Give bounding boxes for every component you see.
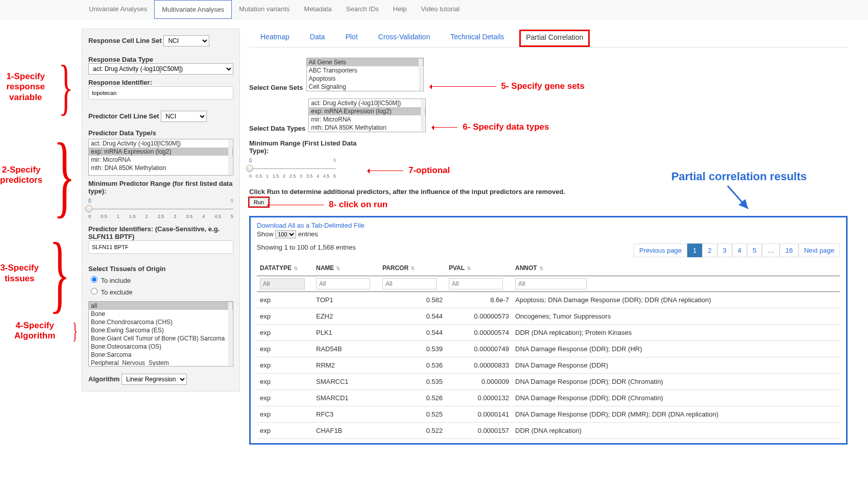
option[interactable]: Bone [89, 310, 233, 318]
min-pred-range-slider[interactable]: 0 5 00.511.522.533.544.55 [88, 198, 233, 219]
main-nav: Univariate AnalysesMultivariate Analyses… [0, 0, 868, 19]
nav-tab-video-tutorial[interactable]: Video tutorial [414, 0, 467, 19]
gene-sets-label: Select Gene Sets [249, 84, 303, 91]
data-types-listbox[interactable]: act: Drug Activity (-log10[IC50M])exp: m… [308, 99, 426, 132]
page-16[interactable]: 16 [780, 243, 798, 257]
option[interactable]: act: Drug Activity (-log10[IC50M]) [309, 99, 425, 107]
annot-4: 4-Specify Algorithm [0, 321, 69, 341]
option[interactable]: Bone:Giant Cell Tumor of Bone (GCTB) Sar… [89, 334, 233, 343]
option[interactable]: Peripheral_Nervous_System [89, 359, 233, 367]
annot-7: 7-optional [408, 165, 450, 176]
option[interactable]: Bone:Ewing Sarcoma (ES) [89, 326, 233, 334]
download-link[interactable]: Download All as a Tab-Delimited File [257, 222, 840, 229]
annot-1: 1-Specify response variable [0, 71, 51, 103]
pred-dtypes-listbox[interactable]: act: Drug Activity (-log10[IC50M])exp: m… [88, 139, 233, 176]
subtab-data[interactable]: Data [305, 30, 330, 47]
annot-2: 2-Specify predictors [0, 165, 42, 186]
option[interactable]: exp: mRNA Expression (log2) [309, 107, 425, 115]
results-title-annot: Partial correlation results [671, 170, 807, 183]
table-row: expRFC30.5250.0000141DNA Damage Response… [257, 406, 840, 423]
annot-6: 6- Specify data types [463, 122, 549, 132]
option[interactable]: mth: DNA 850K Methylation [309, 124, 425, 132]
prev-page[interactable]: Previous page [634, 243, 687, 257]
col-parcor[interactable]: PARCOR⇅ [379, 260, 446, 276]
min-range-slider[interactable]: 0 5 00.511.522.533.544.55 [249, 158, 336, 179]
option[interactable]: Bone:Chondrosarcoma (CHS) [89, 318, 233, 326]
table-row: expCHAF1B0.5220.0000157DDR (DNA replicat… [257, 423, 840, 439]
nav-tab-help[interactable]: Help [386, 0, 414, 19]
col-pval[interactable]: PVAL⇅ [446, 260, 512, 276]
subtab-cross-validation[interactable]: Cross-Validation [373, 30, 436, 47]
table-row: expEZH20.5440.00000573Oncogenes; Tumor S… [257, 308, 840, 325]
resp-dtype-select[interactable]: act: Drug Activity (-log10[IC50M]) [88, 63, 233, 75]
nav-tab-search-ids[interactable]: Search IDs [339, 0, 386, 19]
col-annot[interactable]: ANNOT⇅ [512, 260, 840, 276]
annot-5: 5- Specify gene sets [501, 81, 585, 91]
subtab-partial-correlation[interactable]: Partial Correlation [519, 30, 590, 47]
results-panel: Download All as a Tab-Delimited File Sho… [249, 216, 848, 445]
svg-line-0 [728, 186, 748, 209]
option[interactable]: Cell Signaling [307, 83, 423, 91]
resp-cellset-select[interactable]: NCI [163, 35, 209, 46]
filter-datatype[interactable] [260, 278, 305, 289]
entries-select[interactable]: 100 [275, 230, 296, 238]
option[interactable]: mth: DNA 850K Methylation [89, 164, 233, 172]
table-row: expSMARCC10.5350.000009DNA Damage Respon… [257, 374, 840, 390]
option[interactable]: act: Drug Activity (-log10[IC50M]) [89, 139, 233, 148]
table-row: expSMARCD10.5260.0000132DNA Damage Respo… [257, 390, 840, 406]
option[interactable]: exp: mRNA Expression (log2) [89, 148, 233, 156]
pred-ids-input[interactable] [88, 240, 233, 254]
subtab-technical-details[interactable]: Technical Details [445, 30, 509, 47]
left-annotations: 1-Specify response variable } 2-Specify … [0, 19, 82, 341]
page-4[interactable]: 4 [732, 243, 747, 257]
option[interactable]: all [89, 302, 233, 310]
nav-tab-multivariate-analyses[interactable]: Multivariate Analyses [154, 0, 232, 19]
option[interactable]: Bone:Osteosarcoma (OS) [89, 343, 233, 351]
page-5[interactable]: 5 [747, 243, 762, 257]
algo-label: Algorithm [88, 375, 119, 383]
resp-id-input[interactable] [88, 86, 233, 100]
subtab-plot[interactable]: Plot [340, 30, 363, 47]
sidebar: Response Cell Line Set NCI Response Data… [82, 29, 240, 392]
page-…[interactable]: … [762, 243, 780, 257]
page-1[interactable]: 1 [687, 243, 702, 257]
gene-sets-listbox[interactable]: All Gene SetsABC TransportersApoptosisCe… [306, 58, 424, 91]
table-row: expRRM20.5360.00000833DNA Damage Respons… [257, 357, 840, 374]
main-content: HeatmapDataPlotCross-ValidationTechnical… [240, 19, 868, 455]
tissue-include-radio[interactable]: To include [88, 277, 131, 284]
filter-pval[interactable] [449, 278, 503, 289]
algo-select[interactable]: Linear Regression [122, 374, 187, 385]
subtabs: HeatmapDataPlotCross-ValidationTechnical… [249, 30, 848, 47]
option[interactable]: ABC Transporters [307, 66, 423, 75]
table-row: expPLK10.5440.00000574DDR (DNA replicati… [257, 325, 840, 341]
nav-tab-univariate-analyses[interactable]: Univariate Analyses [82, 0, 154, 19]
nav-tab-metadata[interactable]: Metadata [297, 0, 339, 19]
option[interactable]: Bone:Sarcoma [89, 351, 233, 359]
filter-annot[interactable] [515, 278, 587, 289]
option[interactable]: mir: MicroRNA [309, 115, 425, 124]
data-types-label: Select Data Types [249, 125, 305, 132]
option[interactable]: mir: MicroRNA [89, 156, 233, 164]
page-2[interactable]: 2 [702, 243, 717, 257]
results-table: DATATYPE⇅NAME⇅PARCOR⇅PVAL⇅ANNOT⇅ expTOP1… [257, 260, 840, 439]
tissue-label: Select Tissue/s of Origin [88, 265, 233, 273]
nav-tab-mutation-variants[interactable]: Mutation variants [232, 0, 297, 19]
min-pred-range-label: Minimum Predictor Range (for first liste… [88, 180, 233, 195]
col-name[interactable]: NAME⇅ [313, 260, 379, 276]
col-datatype[interactable]: DATATYPE⇅ [257, 260, 313, 276]
option[interactable]: All Gene Sets [307, 58, 423, 66]
pred-cellset-select[interactable]: NCI [161, 111, 207, 122]
filter-parcor[interactable] [382, 278, 437, 289]
annot-3: 3-Specify tissues [0, 263, 39, 284]
tissue-listbox[interactable]: allBoneBone:Chondrosarcoma (CHS)Bone:Ewi… [88, 301, 233, 367]
option[interactable]: Apoptosis [307, 75, 423, 83]
annot-8: 8- click on run [329, 200, 388, 210]
pred-ids-label: Predictor Identifiers: (Case-Sensitive, … [88, 225, 233, 240]
filter-name[interactable] [316, 278, 370, 289]
page-3[interactable]: 3 [717, 243, 732, 257]
resp-id-label: Response Identifier: [88, 79, 233, 86]
min-range-label: Minimum Range (First Listed Data Type): [249, 139, 361, 155]
subtab-heatmap[interactable]: Heatmap [255, 30, 295, 47]
tissue-exclude-radio[interactable]: To exclude [88, 288, 133, 296]
next-page[interactable]: Next page [799, 243, 840, 257]
